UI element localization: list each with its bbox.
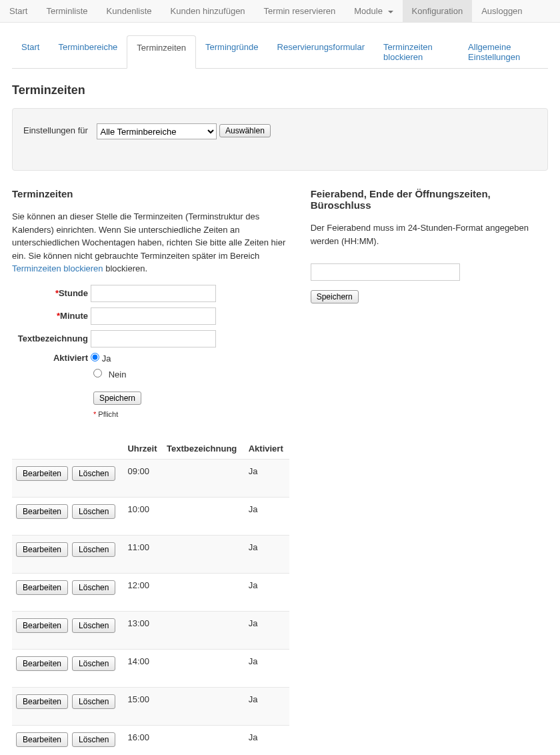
top-nav: StartTerminlisteKundenlisteKunden hinzuf… <box>0 0 560 23</box>
subnav-item-termingründe[interactable]: Termingründe <box>196 35 268 69</box>
delete-button[interactable]: Löschen <box>72 466 115 481</box>
subnav-item-terminzeiten[interactable]: Terminzeiten <box>127 35 196 69</box>
required-note: * Pflicht <box>93 410 289 418</box>
cell-uhrzeit: 13:00 <box>123 611 163 649</box>
edit-button[interactable]: Bearbeiten <box>16 580 68 595</box>
topnav-item-termin-reservieren[interactable]: Termin reservieren <box>255 0 345 22</box>
cell-text <box>163 611 245 649</box>
minute-input[interactable] <box>91 307 216 325</box>
cell-text <box>163 535 245 573</box>
cell-text <box>163 573 245 611</box>
topnav-item-konfiguration[interactable]: Konfiguration <box>403 0 473 22</box>
cell-aktiviert: Ja <box>245 459 289 497</box>
subnav-item-reservierungsformular[interactable]: Reservierungsformular <box>268 35 375 69</box>
delete-button[interactable]: Löschen <box>72 542 115 557</box>
edit-button[interactable]: Bearbeiten <box>16 694 68 709</box>
stunde-label: Stunde <box>59 288 88 298</box>
topnav-item-ausloggen[interactable]: Ausloggen <box>472 0 531 22</box>
settings-box: Einstellungen für Alle Terminbereiche Au… <box>12 108 548 171</box>
cell-uhrzeit: 16:00 <box>123 725 163 755</box>
cell-text <box>163 687 245 725</box>
delete-button[interactable]: Löschen <box>72 694 115 709</box>
table-row: BearbeitenLöschen14:00Ja <box>12 649 289 687</box>
cell-uhrzeit: 15:00 <box>123 687 163 725</box>
edit-button[interactable]: Bearbeiten <box>16 504 68 519</box>
right-section-title: Feierabend, Ende der Öffnungszeiten, Bür… <box>311 188 548 211</box>
cell-uhrzeit: 12:00 <box>123 573 163 611</box>
delete-button[interactable]: Löschen <box>72 504 115 519</box>
cell-uhrzeit: 10:00 <box>123 497 163 535</box>
delete-button[interactable]: Löschen <box>72 732 115 747</box>
subnav-item-start[interactable]: Start <box>12 35 49 69</box>
cell-text <box>163 725 245 755</box>
topnav-item-start[interactable]: Start <box>0 0 37 22</box>
settings-for-label: Einstellungen für <box>23 125 88 135</box>
cell-text <box>163 649 245 687</box>
table-row: BearbeitenLöschen12:00Ja <box>12 573 289 611</box>
cell-text <box>163 497 245 535</box>
delete-button[interactable]: Löschen <box>72 656 115 671</box>
edit-button[interactable]: Bearbeiten <box>16 618 68 633</box>
edit-button[interactable]: Bearbeiten <box>16 542 68 557</box>
cell-aktiviert: Ja <box>245 687 289 725</box>
table-row: BearbeitenLöschen11:00Ja <box>12 535 289 573</box>
right-description: Der Feierabend muss im 24-Stunden-Format… <box>311 221 548 247</box>
topnav-item-terminliste[interactable]: Terminliste <box>37 0 97 22</box>
left-section-title: Terminzeiten <box>12 188 289 199</box>
times-table: Uhrzeit Textbezeichnung Aktiviert Bearbe… <box>12 438 289 756</box>
col-aktiviert: Aktiviert <box>245 438 289 460</box>
cell-aktiviert: Ja <box>245 611 289 649</box>
text-label: Textbezeichnung <box>18 333 88 343</box>
aktiviert-label: Aktiviert <box>53 353 88 363</box>
col-text: Textbezeichnung <box>163 438 245 460</box>
chevron-down-icon <box>388 11 393 13</box>
delete-button[interactable]: Löschen <box>72 618 115 633</box>
select-button[interactable]: Auswählen <box>219 124 271 137</box>
cell-uhrzeit: 14:00 <box>123 649 163 687</box>
cell-aktiviert: Ja <box>245 573 289 611</box>
col-uhrzeit: Uhrzeit <box>123 438 163 460</box>
edit-button[interactable]: Bearbeiten <box>16 656 68 671</box>
cell-aktiviert: Ja <box>245 725 289 755</box>
area-select[interactable]: Alle Terminbereiche <box>97 123 217 139</box>
subnav-item-allgemeine-einstellungen[interactable]: Allgemeine Einstellungen <box>459 35 548 69</box>
table-row: BearbeitenLöschen13:00Ja <box>12 611 289 649</box>
cell-uhrzeit: 09:00 <box>123 459 163 497</box>
edit-button[interactable]: Bearbeiten <box>16 732 68 747</box>
end-of-day-input[interactable] <box>311 263 460 281</box>
stunde-input[interactable] <box>91 285 216 302</box>
cell-aktiviert: Ja <box>245 649 289 687</box>
minute-label: Minute <box>60 311 88 321</box>
table-row: BearbeitenLöschen15:00Ja <box>12 687 289 725</box>
table-row: BearbeitenLöschen09:00Ja <box>12 459 289 497</box>
block-times-link[interactable]: Terminzeiten blockieren <box>12 263 103 273</box>
cell-text <box>163 459 245 497</box>
cell-aktiviert: Ja <box>245 535 289 573</box>
topnav-item-module[interactable]: Module <box>345 0 402 22</box>
left-description: Sie können an dieser Stelle die Terminze… <box>12 210 289 275</box>
sub-nav: StartTerminbereicheTerminzeitenTermingrü… <box>12 35 548 69</box>
page-title: Terminzeiten <box>12 83 548 97</box>
subnav-item-terminzeiten-blockieren[interactable]: Terminzeiten blockieren <box>374 35 459 69</box>
table-row: BearbeitenLöschen10:00Ja <box>12 497 289 535</box>
topnav-item-kunden-hinzufügen[interactable]: Kunden hinzufügen <box>161 0 255 22</box>
delete-button[interactable]: Löschen <box>72 580 115 595</box>
topnav-item-kundenliste[interactable]: Kundenliste <box>97 0 161 22</box>
edit-button[interactable]: Bearbeiten <box>16 466 68 481</box>
textbezeichnung-input[interactable] <box>91 330 216 347</box>
cell-aktiviert: Ja <box>245 497 289 535</box>
cell-uhrzeit: 11:00 <box>123 535 163 573</box>
save-eod-button[interactable]: Speichern <box>311 290 359 303</box>
aktiviert-nein-option[interactable]: Nein <box>93 369 126 380</box>
subnav-item-terminbereiche[interactable]: Terminbereiche <box>49 35 127 69</box>
save-time-button[interactable]: Speichern <box>93 392 141 405</box>
aktiviert-ja-option[interactable]: Ja <box>91 353 111 363</box>
table-row: BearbeitenLöschen16:00Ja <box>12 725 289 755</box>
